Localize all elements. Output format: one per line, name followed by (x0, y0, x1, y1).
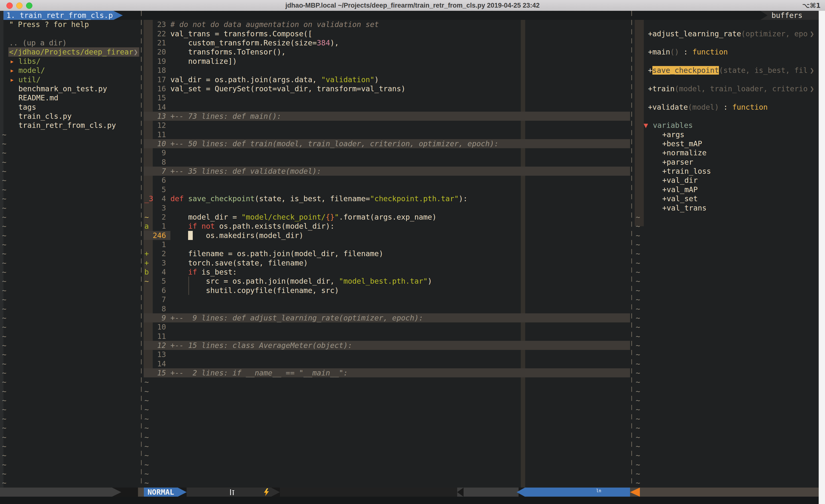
empty-line-tilde: ~ (2, 130, 6, 139)
empty-line-tilde: ~ (144, 451, 149, 460)
code-line[interactable]: if is_best: (170, 267, 237, 276)
empty-line-tilde: ~ (2, 469, 6, 478)
empty-line-tilde: ~ (636, 267, 640, 276)
code-line[interactable]: filename = os.path.join(model_dir, filen… (170, 249, 383, 258)
code-line[interactable]: val_trans = transforms.Compose([ (170, 29, 312, 38)
tag-part: (model) (688, 103, 719, 111)
code-line[interactable]: transforms.ToTensor(), (170, 48, 286, 57)
tagbar-tag[interactable]: +validate(model) : function (648, 102, 768, 112)
tagbar-variable[interactable]: +best_mAP (662, 139, 702, 148)
code-token: "validation" (321, 75, 374, 84)
buffer-tab-active[interactable]: 1. train_retr_from_cls.py (0, 11, 114, 20)
gutter-sign: _3 (144, 194, 153, 203)
line-number: 6 (144, 286, 166, 295)
tag-part: + (648, 66, 652, 75)
code-line[interactable]: def save_checkpoint(state, is_best, file… (170, 194, 467, 203)
code-token (170, 268, 188, 276)
empty-line-tilde: ~ (636, 368, 640, 377)
code-line[interactable]: val_dir = os.path.join(args.data, "valid… (170, 75, 379, 84)
empty-line-tilde: ~ (2, 332, 6, 341)
line-number: 16 (144, 84, 166, 93)
tagbar-variable[interactable]: +args (662, 130, 684, 139)
nerdtree-up-dir[interactable]: .. (up a dir) (9, 38, 67, 48)
code-line[interactable]: # do not do data augmentation on validat… (170, 20, 379, 29)
nerdtree-file[interactable]: benchmark_on_test.py (18, 84, 107, 93)
fold-text[interactable]: +-- 9 lines: def adjust_learning_rate(op… (170, 313, 423, 322)
line-number: 12 (144, 341, 166, 350)
tagbar-variable[interactable]: +normalize (662, 148, 707, 157)
code-line[interactable]: if not os.path.exists(model_dir): (170, 222, 334, 231)
titlebar[interactable]: jdhao-MBP.local ~/Projects/deep_firearm/… (0, 0, 825, 11)
code-token: "model/check_point/ (241, 213, 325, 221)
nerdtree-dir[interactable]: util/ (18, 75, 41, 84)
fold-text[interactable]: +-- 73 lines: def main(): (170, 112, 281, 121)
nerdtree-file[interactable]: tags (18, 102, 36, 112)
nerdtree-file[interactable]: train_retr_from_cls.py (18, 121, 116, 130)
empty-line-tilde: ~ (2, 158, 6, 167)
tag-part: +validate (648, 103, 688, 111)
empty-line-tilde: ~ (2, 368, 6, 377)
code-token: if (188, 222, 197, 230)
code-line[interactable]: src = os.path.join(model_dir, "model_bes… (170, 276, 432, 285)
tagbar-tag[interactable]: +adjust_learning_rate(optimizer, epo (648, 29, 808, 38)
code-line[interactable]: normalize]) (170, 57, 237, 66)
fold-text[interactable]: +-- 35 lines: def validate(model): (170, 167, 321, 176)
empty-line-tilde: ~ (636, 414, 640, 423)
tagbar-group-header[interactable]: variables (653, 121, 693, 130)
code-line[interactable]: torch.save(state, filename) (170, 258, 308, 267)
tagbar-tag[interactable]: +main() : function (648, 48, 728, 57)
fold-text[interactable]: +-- 2 lines: if __name__ == "__main__": (170, 368, 348, 377)
code-line[interactable]: val_set = QuerySet(root=val_dir, transfo… (170, 84, 405, 93)
empty-line-tilde: ~ (636, 433, 640, 442)
empty-line-tilde: ~ (2, 478, 6, 487)
code-line[interactable]: model_dir = "model/check_point/{}".forma… (170, 213, 437, 222)
tagbar-variable[interactable]: +val_mAP (662, 185, 698, 194)
empty-line-tilde: ~ (2, 276, 6, 285)
nerdtree-dir[interactable]: model/ (18, 66, 45, 75)
line-number: 6 (144, 176, 166, 185)
truncation-arrow-icon: ❯ (810, 66, 814, 75)
tagbar-variable[interactable]: +parser (662, 158, 693, 167)
empty-line-tilde: ~ (144, 469, 149, 478)
tagbar-variable[interactable]: +val_set (662, 194, 698, 203)
gutter-sign: a (144, 222, 149, 231)
empty-line-tilde: ~ (2, 231, 6, 240)
tagbar-variable[interactable]: +train_loss (662, 167, 711, 176)
code-line[interactable]: os.makedirs(model_dir) (170, 231, 303, 240)
code-line[interactable]: custom_transform.Resize(size=384), (170, 38, 339, 48)
scrollbar[interactable] (819, 11, 825, 504)
window-separator-left[interactable] (141, 11, 142, 488)
line-number: 20 (144, 48, 166, 57)
fold-text[interactable]: +-- 15 lines: class AverageMeter(object)… (170, 341, 352, 350)
empty-line-tilde: ~ (636, 451, 640, 460)
code-line[interactable]: shutil.copyfile(filename, src) (170, 286, 339, 295)
tag-part: +main (648, 48, 670, 56)
nerdtree-help: " Press ? for help (9, 20, 89, 29)
empty-line-tilde: ~ (636, 469, 640, 478)
nerdtree-dir[interactable]: libs/ (18, 57, 41, 66)
nerdtree-file[interactable]: train_cls.py (18, 112, 72, 121)
fold-open-icon[interactable]: ▼ (644, 121, 648, 130)
gutter-sign: ~ (144, 213, 149, 222)
window-separator-right[interactable] (631, 11, 632, 488)
folder-arrow-icon[interactable]: ▸ (10, 75, 14, 84)
nerdtree-root[interactable]: </jdhao/Projects/deep_firear (9, 48, 133, 57)
fold-text[interactable]: +-- 50 lines: def train(model, train_loa… (170, 139, 499, 148)
folder-arrow-icon[interactable]: ▸ (10, 66, 14, 75)
folder-arrow-icon[interactable]: ▸ (10, 57, 14, 66)
code-token: 384 (317, 38, 330, 47)
tagbar-variable[interactable]: +val_trans (662, 203, 707, 213)
tagbar-variable[interactable]: +val_dir (662, 176, 698, 185)
tag-part: : (679, 48, 692, 56)
tagbar-tag[interactable]: +train(model, train_loader, criterio (648, 84, 808, 93)
buffer-tab-arrow (114, 11, 123, 20)
code-token: model_dir = (170, 213, 241, 221)
nerdtree-file[interactable]: README.md (18, 93, 59, 102)
empty-line-tilde: ~ (144, 433, 149, 442)
empty-line-tilde: ~ (636, 213, 640, 222)
code-token: shutil.copyfile(filename, src) (170, 286, 339, 295)
empty-line-tilde: ~ (636, 304, 640, 313)
empty-line-tilde: ~ (144, 396, 149, 405)
command-line[interactable] (0, 497, 825, 504)
tagbar-tag[interactable]: +save_checkpoint(state, is_best, fil (648, 66, 808, 75)
